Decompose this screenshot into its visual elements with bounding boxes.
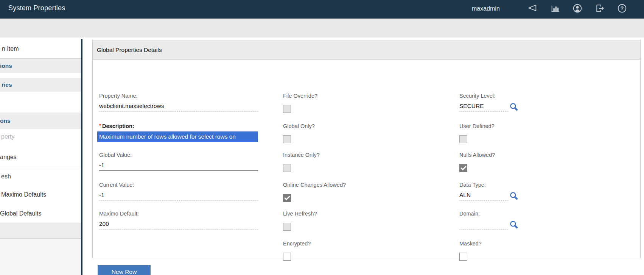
divider	[0, 112, 81, 112]
field-global-value: Global Value: -1	[99, 151, 258, 171]
system-properties-app: System Properties maxadmin	[0, 0, 644, 275]
sidebar-section-queries: ries	[0, 78, 81, 92]
panel-body: Property Name: webclient.maxselectrows *…	[93, 60, 640, 258]
data-type-lookup-button[interactable]	[509, 191, 519, 201]
instance-only-checkbox	[283, 164, 291, 172]
sidebar-item-global-defaults[interactable]: Global Defaults	[0, 209, 81, 218]
global-properties-panel: Global Properties Details Property Name:…	[92, 40, 641, 258]
sidebar-section-common-actions: ons	[0, 112, 81, 129]
page-title: System Properties	[8, 4, 65, 12]
divider	[0, 167, 81, 167]
field-user-defined: User Defined?	[459, 122, 495, 143]
help-icon[interactable]: ?	[617, 3, 627, 14]
encrypted-checkbox[interactable]	[283, 253, 291, 261]
sidebar-action-menu: n Item ions ries ons perty anges esh Max…	[0, 38, 81, 275]
live-refresh-checkbox	[283, 223, 291, 231]
megaphone-icon[interactable]	[527, 3, 538, 14]
sidebar-section-actions: ions	[0, 59, 81, 73]
field-data-type: Data Type: ALN	[459, 181, 508, 201]
username[interactable]: maxadmin	[472, 5, 500, 12]
user-defined-checkbox	[459, 135, 467, 143]
sidebar-item-save-changes[interactable]: anges	[0, 153, 81, 161]
panel-title: Global Properties Details	[93, 40, 640, 59]
field-current-value: Current Value: -1	[99, 181, 258, 201]
current-value-value: -1	[99, 191, 258, 201]
field-domain: Domain:	[459, 210, 508, 230]
domain-lookup-button[interactable]	[509, 220, 519, 230]
panel-header: Global Properties Details	[93, 40, 640, 60]
data-type-value: ALN	[459, 191, 508, 201]
divider	[0, 58, 81, 59]
sidebar-section-row	[0, 223, 81, 239]
masked-checkbox[interactable]	[459, 253, 467, 261]
field-security-level: Security Level: SECURE	[459, 92, 508, 112]
global-value-input[interactable]: -1	[99, 161, 258, 171]
sidebar-item-live-refresh[interactable]: esh	[1, 172, 82, 181]
sidebar-edge-bar	[81, 39, 82, 275]
svg-text:?: ?	[621, 5, 624, 11]
field-nulls-allowed: Nulls Allowed?	[459, 151, 495, 172]
field-maximo-default: Maximo Default: 200	[99, 210, 258, 230]
new-row-button[interactable]: New Row	[98, 265, 151, 275]
field-instance-only: Instance Only?	[283, 151, 320, 172]
sidebar-item-new-property: perty	[1, 133, 82, 141]
field-live-refresh: Live Refresh?	[283, 210, 317, 231]
required-indicator: *	[99, 123, 101, 128]
toolbar-band	[0, 19, 644, 38]
field-online-changes-allowed: Online Changes Allowed?	[283, 181, 346, 202]
field-file-override: File Override?	[283, 92, 317, 113]
description-input[interactable]: Maximum number of rows allowed for selec…	[97, 131, 258, 142]
sign-out-icon[interactable]	[595, 3, 605, 14]
field-encrypted: Encrypted?	[283, 240, 311, 261]
field-property-name: Property Name: webclient.maxselectrows	[99, 92, 258, 112]
profile-icon[interactable]	[572, 3, 583, 14]
property-name-value: webclient.maxselectrows	[99, 102, 258, 112]
sidebar-item-maximo-defaults[interactable]: Maximo Defaults	[1, 191, 82, 199]
bar-chart-icon[interactable]	[550, 3, 560, 14]
global-only-checkbox	[283, 135, 291, 143]
nulls-allowed-checkbox	[459, 164, 467, 172]
file-override-checkbox	[283, 105, 291, 113]
top-header-bar: System Properties maxadmin	[0, 0, 644, 19]
security-level-value: SECURE	[459, 102, 508, 112]
field-description: *Description: Maximum number of rows all…	[99, 122, 258, 142]
domain-value	[459, 219, 508, 230]
security-level-lookup-button[interactable]	[509, 102, 519, 112]
sidebar-footer-area	[0, 239, 81, 275]
field-masked: Masked?	[459, 240, 482, 261]
field-global-only: Global Only?	[283, 122, 315, 143]
maximo-default-value: 200	[99, 219, 258, 230]
online-changes-allowed-checkbox	[283, 194, 291, 202]
sidebar-item-find-navigation[interactable]: n Item	[2, 45, 83, 53]
